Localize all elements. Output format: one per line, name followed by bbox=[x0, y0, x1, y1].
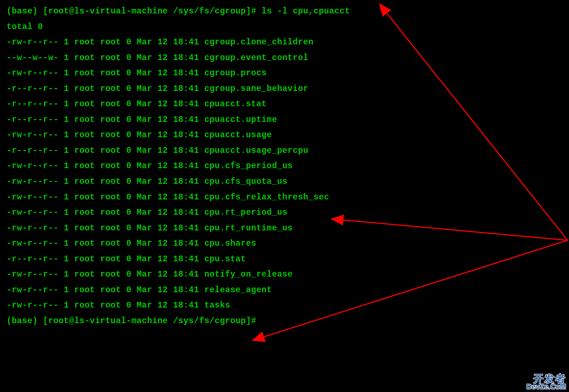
prompt-line-2[interactable]: (base) [root@ls-virtual-machine /sys/fs/… bbox=[7, 313, 562, 329]
file-row: -r--r--r-- 1 root root 0 Mar 12 18:41 cp… bbox=[7, 112, 562, 128]
watermark-bottom: DevZe.CoM bbox=[526, 383, 566, 390]
file-row: -rw-r--r-- 1 root root 0 Mar 12 18:41 re… bbox=[7, 282, 562, 298]
prompt-env: (base) bbox=[7, 316, 43, 326]
prompt-line-1[interactable]: (base) [root@ls-virtual-machine /sys/fs/… bbox=[7, 4, 562, 19]
file-row: --w--w--w- 1 root root 0 Mar 12 18:41 cg… bbox=[7, 50, 562, 66]
file-row: -rw-r--r-- 1 root root 0 Mar 12 18:41 cp… bbox=[7, 190, 562, 205]
terminal-output: (base) [root@ls-virtual-machine /sys/fs/… bbox=[7, 4, 562, 329]
watermark-top: 开发者 bbox=[526, 374, 566, 383]
file-row: -r--r--r-- 1 root root 0 Mar 12 18:41 cp… bbox=[7, 252, 562, 267]
file-row: -rw-r--r-- 1 root root 0 Mar 12 18:41 cg… bbox=[7, 66, 562, 81]
file-row: -rw-r--r-- 1 root root 0 Mar 12 18:41 cp… bbox=[7, 205, 562, 221]
prompt-env: (base) bbox=[7, 7, 43, 16]
file-row: -rw-r--r-- 1 root root 0 Mar 12 18:41 ta… bbox=[7, 298, 562, 313]
file-row: -r--r--r-- 1 root root 0 Mar 12 18:41 cp… bbox=[7, 143, 562, 159]
file-row: -rw-r--r-- 1 root root 0 Mar 12 18:41 cp… bbox=[7, 221, 562, 236]
file-row: -rw-r--r-- 1 root root 0 Mar 12 18:41 cg… bbox=[7, 35, 562, 50]
file-row: -rw-r--r-- 1 root root 0 Mar 12 18:41 cp… bbox=[7, 236, 562, 252]
watermark: 开发者 DevZe.CoM bbox=[526, 374, 566, 390]
file-row: -r--r--r-- 1 root root 0 Mar 12 18:41 cg… bbox=[7, 81, 562, 97]
total-line: total 0 bbox=[7, 19, 562, 35]
file-listing: -rw-r--r-- 1 root root 0 Mar 12 18:41 cg… bbox=[7, 35, 562, 313]
prompt-userhost: [root@ls-virtual-machine /sys/fs/cgroup]… bbox=[43, 316, 262, 326]
file-row: -r--r--r-- 1 root root 0 Mar 12 18:41 cp… bbox=[7, 96, 562, 112]
command-text: ls -l cpu,cpuacct bbox=[262, 7, 350, 16]
file-row: -rw-r--r-- 1 root root 0 Mar 12 18:41 cp… bbox=[7, 158, 562, 174]
file-row: -rw-r--r-- 1 root root 0 Mar 12 18:41 no… bbox=[7, 267, 562, 282]
prompt-userhost: [root@ls-virtual-machine /sys/fs/cgroup]… bbox=[43, 7, 262, 16]
file-row: -rw-r--r-- 1 root root 0 Mar 12 18:41 cp… bbox=[7, 174, 562, 190]
file-row: -rw-r--r-- 1 root root 0 Mar 12 18:41 cp… bbox=[7, 127, 562, 143]
